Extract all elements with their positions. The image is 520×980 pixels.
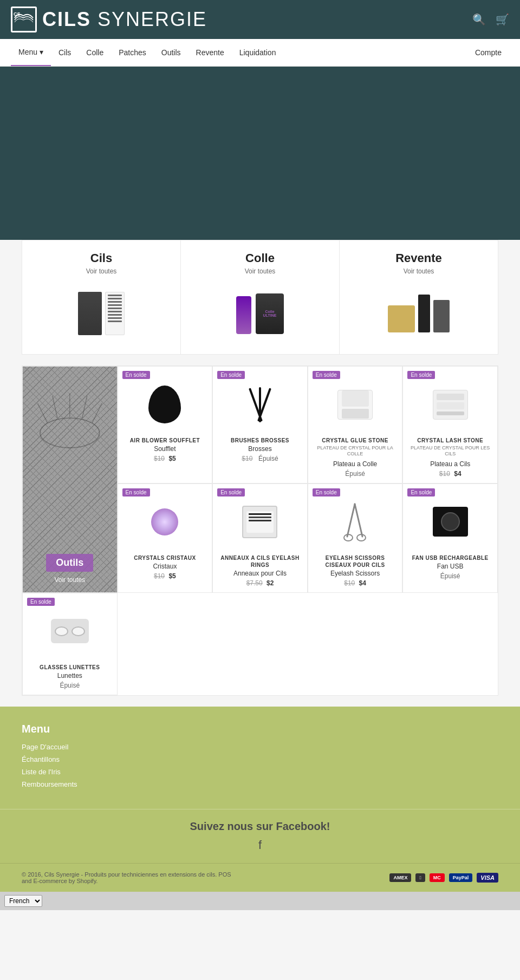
product-scissors[interactable]: En solde EYELASH SCISSORS CISEAUX POUR C… [308, 484, 403, 593]
product-name: Soufflet [123, 445, 207, 453]
search-icon[interactable]: 🔍 [472, 13, 486, 26]
product-brosses[interactable]: En solde BRUSHES BROSSES Brosses $10 tru… [212, 366, 308, 484]
product-title: FAN USB RECHARGEABLE [408, 554, 492, 561]
product-title: BRUSHES BROSSES [218, 437, 302, 444]
payment-visa: VISA [477, 873, 498, 883]
category-revente[interactable]: Revente Voir toutes [340, 240, 498, 354]
category-revente-title: Revente [350, 251, 487, 265]
sketch-overlay [23, 377, 117, 538]
nav-menu[interactable]: Menu ▾ [11, 39, 51, 66]
product-img-soufflet [123, 377, 207, 432]
product-price: $10 $4 [314, 579, 397, 587]
facebook-title: Suivez nous sur Facebook! [11, 820, 509, 833]
category-revente-image [350, 284, 487, 343]
product-plateau-colle[interactable]: En solde CRYSTAL GLUE STONE PLATEAU DE C… [308, 366, 403, 484]
facebook-icon[interactable]: f [11, 838, 509, 852]
navigation: Menu ▾ Cils Colle Patches Outils Revente… [0, 39, 520, 67]
product-subtitle: PLATEAU DE CRYSTAL POUR LES CILS [408, 445, 492, 457]
svg-line-3 [37, 403, 47, 423]
product-img-plateau-colle [314, 377, 397, 432]
header: CS CILS SYNERGIE 🔍 🛒 [0, 0, 520, 39]
product-price: Épuisé [314, 470, 397, 478]
product-name: Anneaux pour Cils [218, 570, 302, 577]
footer-menu-title: Menu [22, 723, 498, 735]
nav-liquidation[interactable]: Liquidation [232, 40, 284, 66]
product-title: AIR BLOWER SOUFFLET [123, 437, 207, 444]
product-price: $7.50 $2 [218, 579, 302, 587]
product-soufflet[interactable]: En solde AIR BLOWER SOUFFLET Soufflet $1… [118, 366, 213, 484]
payment-mastercard: MC [430, 873, 445, 882]
payment-paypal: PayPal [449, 873, 473, 882]
footer-link-liste[interactable]: Liste de l'Iris [22, 768, 498, 776]
product-cristaux[interactable]: En solde CRYSTALS CRISTAUX Cristaux $10 … [118, 484, 213, 593]
category-cils[interactable]: Cils Voir toutes [22, 240, 181, 354]
footer-link-remboursements[interactable]: Remboursements [22, 780, 498, 788]
product-name: Fan USB [408, 563, 492, 570]
svg-line-9 [355, 504, 362, 537]
sale-badge: En solde [122, 371, 150, 379]
featured-outils[interactable]: Outils Voir toutes [22, 366, 118, 593]
product-name: Brosses [218, 445, 302, 453]
nav-compte[interactable]: Compte [467, 40, 509, 66]
hero-banner [0, 67, 520, 240]
product-name: Plateau a Cils [408, 460, 492, 468]
product-title: ANNEAUX A CILS EYELASH RINGS [218, 554, 302, 569]
product-name: Lunettes [28, 672, 112, 680]
category-colle-image: ColleULTINE [192, 284, 328, 343]
payment-amex: AMEX [389, 873, 411, 882]
svg-line-7 [92, 403, 102, 423]
product-subtitle: PLATEAU DE CRYSTAL POUR LA COLLE [314, 445, 397, 457]
product-img-brosses [218, 377, 302, 432]
outils-voir-toutes[interactable]: Voir toutes [31, 576, 108, 584]
nav-right: Compte [467, 48, 509, 57]
product-price: $10 $5 [123, 455, 207, 462]
sale-badge: En solde [217, 488, 245, 496]
product-plateau-cils[interactable]: En solde CRYSTAL LASH STONE PLATEAU DE C… [402, 366, 498, 484]
nav-revente[interactable]: Revente [188, 40, 232, 66]
outils-label: Outils [46, 554, 93, 572]
category-colle-voir[interactable]: Voir toutes [192, 267, 328, 275]
nav-outils[interactable]: Outils [154, 40, 188, 66]
facebook-section: Suivez nous sur Facebook! f [0, 809, 520, 863]
product-name: Cristaux [123, 563, 207, 570]
category-cils-voir[interactable]: Voir toutes [33, 267, 170, 275]
payment-apple-pay:  [415, 873, 425, 882]
language-selector[interactable]: French English [4, 895, 42, 907]
product-title: EYELASH SCISSORS CISEAUX POUR CILS [314, 554, 397, 569]
product-name: Eyelash Scissors [314, 570, 397, 577]
product-price: Épuisé [28, 682, 112, 689]
product-fan-usb[interactable]: En solde FAN USB RECHARGEABLE Fan USB Ép… [402, 484, 498, 593]
nav-patches[interactable]: Patches [111, 40, 154, 66]
product-price: $10 $5 [123, 572, 207, 580]
cart-icon[interactable]: 🛒 [496, 13, 509, 26]
copyright-text: © 2016, Cils Synergie - Produits pour te… [22, 871, 238, 884]
product-img-fan [408, 495, 492, 549]
category-colle-title: Colle [192, 251, 328, 265]
product-img-cristaux [123, 495, 207, 549]
footer-link-accueil[interactable]: Page D'accueil [22, 743, 498, 751]
svg-line-8 [347, 504, 355, 537]
product-lunettes[interactable]: En solde GLASSES LUNETTES Lunettes Épuis… [22, 593, 118, 695]
footer-link-echantillons[interactable]: Échantillons [22, 755, 498, 763]
logo-text: CILS SYNERGIE [42, 8, 207, 31]
category-revente-voir[interactable]: Voir toutes [350, 267, 487, 275]
logo-icon: CS [11, 6, 37, 32]
product-title: CRYSTAL LASH STONE [408, 437, 492, 444]
sale-badge: En solde [313, 371, 340, 379]
product-title: CRYSTAL GLUE STONE [314, 437, 397, 444]
nav-colle[interactable]: Colle [79, 40, 111, 66]
category-cils-title: Cils [33, 251, 170, 265]
products-grid: Outils Voir toutes En solde AIR BLOWER S… [22, 365, 498, 696]
nav-cils[interactable]: Cils [51, 40, 79, 66]
products-section: Outils Voir toutes En solde AIR BLOWER S… [22, 365, 498, 696]
logo[interactable]: CS CILS SYNERGIE [11, 6, 207, 32]
product-anneaux[interactable]: En solde ANNEAUX A CILS EYELASH RINGS An… [212, 484, 308, 593]
category-cils-image [33, 284, 170, 343]
product-img-lunettes [28, 604, 112, 658]
sale-badge: En solde [313, 488, 340, 496]
product-img-plateau-cils [408, 377, 492, 432]
category-colle[interactable]: Colle Voir toutes ColleULTINE [181, 240, 340, 354]
category-section: Cils Voir toutes Colle Voir toutes Colle… [22, 240, 498, 355]
product-price: Épuisé [408, 572, 492, 580]
product-price: $10 $4 [408, 470, 492, 478]
